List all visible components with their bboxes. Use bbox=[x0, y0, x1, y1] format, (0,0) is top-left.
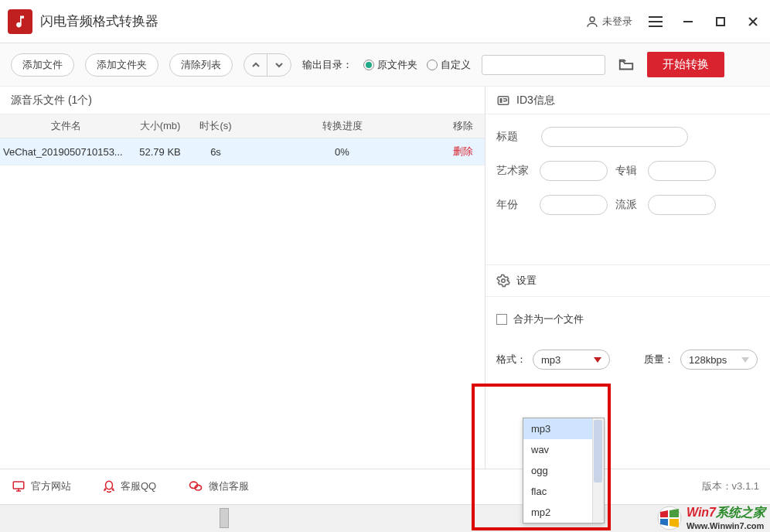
artist-label: 艺术家 bbox=[496, 164, 533, 178]
footer: 官方网站 客服QQ 微信客服 版本：v3.1.1 bbox=[0, 469, 770, 503]
gear-icon bbox=[496, 274, 510, 288]
right-panel: ID3信息 标题 艺术家 专辑 年份 流派 设置 合并为一个文件 bbox=[486, 87, 770, 470]
cell-progress: 0% bbox=[243, 138, 441, 165]
title-label: 标题 bbox=[496, 130, 533, 144]
delete-link[interactable]: 删除 bbox=[453, 145, 473, 157]
login-label: 未登录 bbox=[602, 15, 632, 29]
version-label: 版本：v3.1.1 bbox=[702, 479, 759, 493]
svg-rect-7 bbox=[13, 482, 24, 489]
year-label: 年份 bbox=[496, 198, 533, 212]
album-input[interactable] bbox=[648, 161, 716, 181]
col-size: 大小(mb) bbox=[131, 114, 189, 138]
output-dir-label: 输出目录： bbox=[302, 58, 353, 72]
format-label: 格式： bbox=[496, 353, 526, 367]
add-folder-button[interactable]: 添加文件夹 bbox=[85, 53, 158, 77]
cell-duration: 6s bbox=[189, 138, 243, 165]
radio-source-folder[interactable]: 原文件夹 bbox=[363, 58, 417, 72]
radio-custom-folder[interactable]: 自定义 bbox=[427, 58, 471, 72]
title-input[interactable] bbox=[541, 127, 688, 147]
quality-select[interactable]: 128kbps bbox=[680, 350, 758, 370]
svg-rect-2 bbox=[717, 18, 724, 26]
svg-point-6 bbox=[502, 279, 506, 283]
format-select[interactable]: mp3 bbox=[533, 350, 610, 370]
toolbar: 添加文件 添加文件夹 清除列表 输出目录： 原文件夹 自定义 开始转换 bbox=[0, 43, 770, 87]
table-row[interactable]: VeChat_2019050710153... 52.79 KB 6s 0% 删… bbox=[0, 138, 485, 165]
svg-point-0 bbox=[590, 17, 595, 22]
artist-input[interactable] bbox=[540, 161, 608, 181]
qq-icon bbox=[102, 479, 116, 494]
maximize-button[interactable] bbox=[711, 12, 730, 31]
start-convert-button[interactable]: 开始转换 bbox=[647, 52, 724, 77]
dropdown-scrollbar[interactable] bbox=[592, 418, 604, 523]
col-progress: 转换进度 bbox=[243, 114, 441, 138]
monitor-icon bbox=[11, 479, 26, 493]
clear-list-button[interactable]: 清除列表 bbox=[169, 53, 233, 77]
browse-folder-icon[interactable] bbox=[616, 56, 636, 73]
login-button[interactable]: 未登录 bbox=[585, 15, 632, 29]
qq-support-link[interactable]: 客服QQ bbox=[102, 479, 156, 494]
col-filename: 文件名 bbox=[0, 114, 131, 138]
genre-label: 流派 bbox=[615, 198, 642, 212]
cell-size: 52.79 KB bbox=[131, 138, 189, 165]
id3-heading: ID3信息 bbox=[486, 87, 770, 114]
move-up-button[interactable] bbox=[244, 54, 267, 76]
watermark: Win7系统之家 Www.Winwin7.com bbox=[656, 505, 765, 530]
settings-heading: 设置 bbox=[486, 264, 770, 297]
official-website-link[interactable]: 官方网站 bbox=[11, 479, 71, 493]
wechat-support-link[interactable]: 微信客服 bbox=[187, 479, 249, 494]
col-duration: 时长(s) bbox=[189, 114, 243, 138]
menu-button[interactable] bbox=[646, 12, 665, 31]
col-remove: 移除 bbox=[441, 114, 485, 138]
format-dropdown: mp3 wav ogg flac mp2 bbox=[523, 418, 605, 523]
file-list-panel: 源音乐文件 (1个) 文件名 大小(mb) 时长(s) 转换进度 移除 VeCh… bbox=[0, 87, 486, 470]
genre-input[interactable] bbox=[648, 195, 716, 215]
move-updown bbox=[244, 53, 291, 77]
close-button[interactable] bbox=[744, 12, 762, 31]
watermark-logo bbox=[656, 506, 683, 530]
merge-checkbox[interactable]: 合并为一个文件 bbox=[496, 312, 759, 326]
year-input[interactable] bbox=[540, 195, 608, 215]
app-title: 闪电音频格式转换器 bbox=[40, 12, 585, 30]
output-dir-input[interactable] bbox=[482, 55, 605, 75]
add-file-button[interactable]: 添加文件 bbox=[11, 53, 74, 77]
id3-icon bbox=[496, 94, 510, 107]
bottom-scrollbar[interactable] bbox=[0, 504, 770, 532]
file-table: 文件名 大小(mb) 时长(s) 转换进度 移除 VeChat_20190507… bbox=[0, 114, 485, 165]
app-logo bbox=[8, 9, 32, 34]
wechat-icon bbox=[187, 479, 204, 494]
minimize-button[interactable] bbox=[679, 12, 697, 31]
file-list-heading: 源音乐文件 (1个) bbox=[0, 87, 485, 114]
svg-point-10 bbox=[106, 481, 113, 489]
quality-label: 质量： bbox=[644, 353, 674, 367]
album-label: 专辑 bbox=[615, 164, 642, 178]
titlebar: 闪电音频格式转换器 未登录 bbox=[0, 0, 770, 43]
move-down-button[interactable] bbox=[267, 54, 291, 76]
cell-filename: VeChat_2019050710153... bbox=[0, 138, 131, 165]
